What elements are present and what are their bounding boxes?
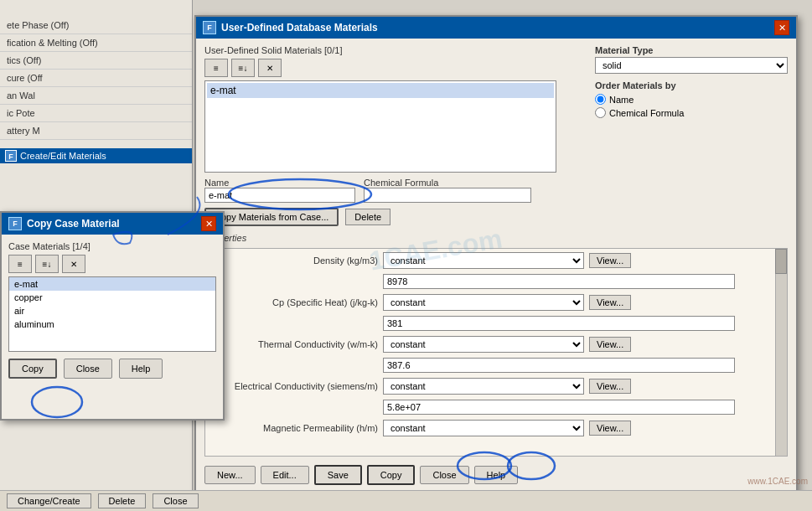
mag-perm-view-button[interactable]: View... bbox=[589, 421, 631, 436]
radio-formula-row: Chemical Formula bbox=[595, 107, 788, 118]
chem-formula-input[interactable] bbox=[364, 188, 531, 203]
elec-cond-value-input[interactable] bbox=[383, 400, 735, 415]
copy-dialog-close-button[interactable]: ✕ bbox=[201, 216, 216, 231]
radio-name[interactable] bbox=[595, 94, 606, 105]
copy-close-button[interactable]: Close bbox=[64, 359, 112, 379]
copy-toolbar-btn-1[interactable]: ≡ bbox=[8, 255, 32, 273]
mag-perm-method-select[interactable]: constant bbox=[383, 420, 584, 436]
copy-dialog-icon: F bbox=[8, 217, 22, 230]
help-main-button[interactable]: Help bbox=[474, 466, 519, 484]
radio-formula[interactable] bbox=[595, 107, 606, 118]
radio-name-row: Name bbox=[595, 94, 788, 105]
thermal-cond-view-button[interactable]: View... bbox=[589, 337, 631, 352]
elec-cond-method-select[interactable]: constant bbox=[383, 378, 584, 395]
density-value-input[interactable] bbox=[383, 274, 735, 289]
copy-dialog-buttons: Copy Close Help bbox=[8, 359, 216, 379]
thermal-cond-value-input[interactable] bbox=[383, 358, 735, 373]
bottom-buttons: New... Edit... Save Copy Close Help bbox=[204, 462, 788, 487]
bg-menu-item-7: attery M bbox=[0, 122, 192, 140]
properties-section[interactable]: Density (kg/m3) constant View... Cp (Spe… bbox=[204, 248, 788, 457]
list-toolbar: ≡ ≡↓ ✕ bbox=[204, 59, 587, 77]
copy-dialog-title: Copy Case Material bbox=[27, 218, 120, 230]
copy-toolbar-btn-3[interactable]: ✕ bbox=[62, 255, 85, 273]
radio-name-label: Name bbox=[609, 95, 634, 105]
cp-view-button[interactable]: View... bbox=[589, 295, 631, 310]
name-input[interactable] bbox=[204, 188, 355, 203]
copy-case-material-dialog: F Copy Case Material ✕ Case Materials [1… bbox=[0, 211, 225, 421]
list-toolbar-btn-3[interactable]: ✕ bbox=[258, 59, 282, 77]
bg-menu-item-2: fication & Melting (Off) bbox=[0, 34, 192, 52]
change-create-button[interactable]: Change/Create bbox=[7, 493, 91, 508]
copy-list-toolbar: ≡ ≡↓ ✕ bbox=[8, 255, 216, 273]
main-dialog-icon: F bbox=[203, 21, 216, 34]
copy-dialog-titlebar: F Copy Case Material ✕ bbox=[2, 213, 223, 235]
cp-method-select[interactable]: constant bbox=[383, 294, 584, 311]
bg-menu-item-1: ete Phase (Off) bbox=[0, 17, 192, 34]
list-item-emat[interactable]: e-mat bbox=[207, 83, 554, 98]
copy-list-item-emat[interactable]: e-mat bbox=[9, 277, 215, 291]
right-section: Material Type solid fluid mixture Order … bbox=[595, 45, 788, 121]
copy-materials-listbox[interactable]: e-mat copper air aluminum bbox=[8, 276, 216, 352]
copy-materials-from-case-button[interactable]: Copy Materials from Case... bbox=[204, 208, 339, 226]
elec-cond-row: Electrical Conductivity (siemens/m) cons… bbox=[210, 378, 782, 395]
create-edit-titlebar: F Create/Edit Materials bbox=[0, 148, 192, 163]
bg-menu-item-5: an Wal bbox=[0, 87, 192, 105]
logo-text: www.1CAE.com bbox=[747, 477, 808, 486]
list-toolbar-btn-1[interactable]: ≡ bbox=[204, 59, 228, 77]
density-row: Density (kg/m3) constant View... bbox=[210, 252, 782, 269]
main-dialog-title-left: F User-Defined Database Materials bbox=[203, 21, 378, 34]
density-method-select[interactable]: constant bbox=[383, 252, 584, 269]
cp-value-row bbox=[383, 316, 782, 331]
copy-list-item-copper[interactable]: copper bbox=[9, 291, 215, 304]
order-by-label: Order Materials by bbox=[595, 80, 788, 90]
bg-menu-item-4: cure (Off bbox=[0, 70, 192, 87]
main-dialog-titlebar: F User-Defined Database Materials ✕ bbox=[196, 17, 796, 39]
main-dialog: F User-Defined Database Materials ✕ User… bbox=[194, 15, 798, 497]
thermal-cond-method-select[interactable]: constant bbox=[383, 336, 584, 353]
density-label: Density (kg/m3) bbox=[210, 256, 378, 266]
thermal-cond-label: Thermal Conductivity (w/m-k) bbox=[210, 339, 378, 349]
scrollbar-thumb[interactable] bbox=[775, 249, 787, 274]
mag-perm-row: Magnetic Permeability (h/m) constant Vie… bbox=[210, 420, 782, 436]
copy-list-item-aluminum[interactable]: aluminum bbox=[9, 317, 215, 331]
materials-list[interactable]: e-mat bbox=[204, 80, 556, 173]
save-button[interactable]: Save bbox=[314, 465, 362, 485]
density-value-row bbox=[383, 274, 782, 289]
copy-list-label: Case Materials [1/4] bbox=[8, 241, 216, 251]
copy-copy-button[interactable]: Copy bbox=[8, 359, 57, 379]
edit-button[interactable]: Edit... bbox=[261, 466, 309, 484]
cp-value-input[interactable] bbox=[383, 316, 735, 331]
main-dialog-title: User-Defined Database Materials bbox=[221, 22, 378, 34]
material-type-label: Material Type bbox=[595, 45, 788, 55]
create-edit-label: Create/Edit Materials bbox=[20, 151, 106, 161]
list-toolbar-btn-2[interactable]: ≡↓ bbox=[231, 59, 255, 77]
mag-perm-label: Magnetic Permeability (h/m) bbox=[210, 423, 378, 433]
close-main-button[interactable]: Close bbox=[420, 466, 468, 484]
copy-list-item-air[interactable]: air bbox=[9, 304, 215, 317]
elec-cond-value-row bbox=[383, 400, 782, 415]
properties-label: Properties bbox=[204, 233, 788, 243]
copy-delete-row: Copy Materials from Case... Delete bbox=[204, 208, 788, 226]
material-type-select[interactable]: solid fluid mixture bbox=[595, 57, 788, 74]
top-section: User-Defined Solid Materials [0/1] ≡ ≡↓ … bbox=[204, 45, 788, 203]
copy-help-button[interactable]: Help bbox=[119, 359, 163, 379]
scrollbar-track[interactable] bbox=[775, 249, 787, 456]
name-label: Name bbox=[204, 178, 355, 188]
name-chem-row: Name Chemical Formula bbox=[204, 178, 587, 203]
delete-button[interactable]: Delete bbox=[345, 209, 390, 225]
cp-row: Cp (Specific Heat) (j/kg-k) constant Vie… bbox=[210, 294, 782, 311]
elec-cond-label: Electrical Conductivity (siemens/m) bbox=[210, 381, 378, 391]
copy-toolbar-btn-2[interactable]: ≡↓ bbox=[35, 255, 59, 273]
close-strip-button[interactable]: Close bbox=[153, 493, 198, 508]
new-button[interactable]: New... bbox=[204, 466, 256, 484]
name-section: Name bbox=[204, 178, 355, 203]
density-view-button[interactable]: View... bbox=[589, 253, 631, 268]
bottom-strip: Change/Create Delete Close bbox=[0, 490, 812, 511]
main-dialog-close-button[interactable]: ✕ bbox=[774, 20, 789, 35]
chem-formula-label: Chemical Formula bbox=[364, 178, 531, 188]
delete-strip-button[interactable]: Delete bbox=[98, 493, 147, 508]
copy-button[interactable]: Copy bbox=[367, 465, 416, 485]
list-section: User-Defined Solid Materials [0/1] ≡ ≡↓ … bbox=[204, 45, 587, 203]
elec-cond-view-button[interactable]: View... bbox=[589, 379, 631, 394]
bg-menu-item-6: ic Pote bbox=[0, 105, 192, 122]
